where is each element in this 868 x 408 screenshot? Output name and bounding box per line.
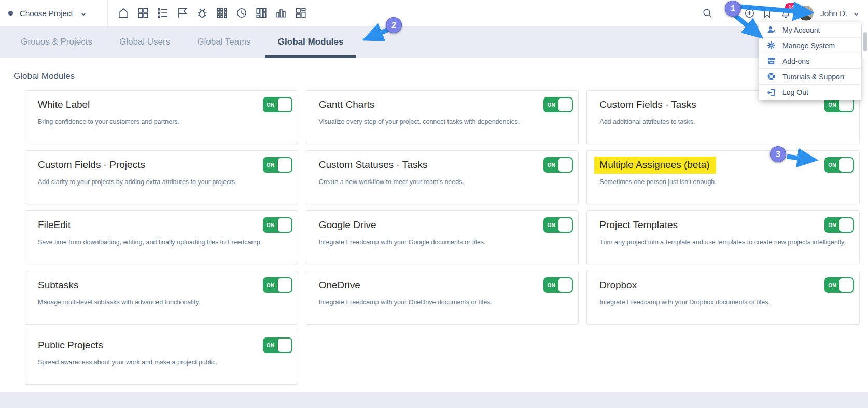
- project-color-dot: [8, 11, 13, 16]
- toggle-on-label: ON: [543, 283, 559, 288]
- tab[interactable]: Global Users: [107, 26, 183, 58]
- module-description: Visualize every step of your project, co…: [319, 118, 566, 125]
- add-ons-icon: [767, 57, 776, 65]
- module-toggle[interactable]: ON: [263, 337, 292, 353]
- reports-icon[interactable]: [275, 7, 287, 19]
- milestones-icon[interactable]: [176, 7, 189, 19]
- module-description: Turn any project into a template and use…: [599, 238, 847, 246]
- search-icon[interactable]: [702, 8, 713, 19]
- module-description: Integrate Freedcamp with your Google doc…: [319, 238, 566, 246]
- notifications-bell-icon[interactable]: 14: [780, 8, 791, 19]
- tutorials-icon: [767, 72, 776, 81]
- toggle-on-label: ON: [824, 283, 840, 288]
- widgets-icon[interactable]: [295, 7, 307, 19]
- module-toggle[interactable]: ON: [263, 97, 292, 112]
- topbar-actions: 14 John D.: [702, 6, 868, 21]
- toggle-knob: [278, 98, 291, 111]
- module-description: Save time from downloading, editing, and…: [38, 238, 285, 246]
- toggle-on-label: ON: [263, 222, 278, 228]
- page-title: Global Modules: [13, 71, 868, 81]
- user-menu-item[interactable]: Tutorials & Support: [759, 69, 861, 85]
- tab-bar: Groups & Projects Global Users Global Te…: [0, 26, 868, 58]
- user-name[interactable]: John D.: [820, 9, 847, 18]
- user-menu-item-label: Log Out: [782, 88, 808, 96]
- toggle-knob: [839, 278, 853, 292]
- scrollbar-thumb[interactable]: [863, 32, 867, 51]
- notifications-count-badge: 14: [785, 3, 797, 11]
- issues-icon[interactable]: [196, 7, 208, 19]
- add-icon[interactable]: [744, 8, 755, 19]
- module-title: Custom Fields - Tasks: [599, 98, 696, 111]
- time-icon[interactable]: [235, 7, 248, 19]
- applications-icon[interactable]: [216, 7, 228, 19]
- toggle-knob: [839, 158, 853, 172]
- module-toggle[interactable]: ON: [263, 157, 292, 173]
- bookmark-icon[interactable]: [762, 8, 773, 19]
- module-title: OneDrive: [319, 278, 360, 292]
- module-card: Google Drive Integrate Freedcamp with yo…: [306, 210, 579, 264]
- module-title: Multiple Assignees (beta): [594, 157, 716, 174]
- user-menu-item-label: Tutorials & Support: [782, 73, 844, 81]
- modules-grid: White Label Bring confidence to your cus…: [0, 81, 868, 385]
- module-description: Integrate Freedcamp with your OneDrive d…: [319, 299, 566, 306]
- toggle-knob: [558, 278, 572, 292]
- toggle-on-label: ON: [543, 222, 559, 228]
- toggle-knob: [278, 339, 291, 352]
- toggle-knob: [278, 278, 291, 292]
- topbar: Choose Project 14 John D.: [0, 0, 868, 26]
- module-card: OneDrive Integrate Freedcamp with your O…: [306, 271, 579, 325]
- home-icon[interactable]: [117, 7, 130, 19]
- module-title: FileEdit: [38, 218, 71, 232]
- module-toggle[interactable]: ON: [543, 217, 573, 233]
- project-selector-label: Choose Project: [20, 9, 73, 18]
- toggle-knob: [839, 218, 853, 232]
- module-title: Public Projects: [38, 339, 103, 352]
- user-menu-item[interactable]: My Account: [759, 22, 861, 38]
- toggle-on-label: ON: [543, 162, 559, 168]
- module-title: Dropbox: [599, 278, 637, 292]
- module-title: Subtasks: [38, 278, 78, 292]
- toggle-knob: [558, 218, 572, 232]
- tasks-icon[interactable]: [157, 7, 169, 19]
- user-menu-item[interactable]: Add-ons: [759, 53, 861, 69]
- dashboard-icon[interactable]: [137, 7, 149, 19]
- chevron-down-icon: [80, 10, 87, 16]
- module-toggle[interactable]: ON: [824, 157, 854, 173]
- toggle-on-label: ON: [263, 102, 278, 108]
- module-description: Add clarity to your projects by adding e…: [38, 178, 285, 186]
- toggle-on-label: ON: [824, 222, 840, 228]
- module-description: Spread awareness about your work and mak…: [38, 359, 285, 366]
- tab[interactable]: Global Teams: [185, 26, 263, 58]
- module-title: Custom Statuses - Tasks: [319, 158, 428, 172]
- admin-screen: Choose Project 14 John D.: [0, 0, 868, 408]
- module-toggle[interactable]: ON: [543, 97, 573, 112]
- module-description: Bring confidence to your customers and p…: [38, 118, 285, 125]
- module-card: Subtasks Manage multi-level subtasks wit…: [25, 271, 298, 325]
- module-toggle[interactable]: ON: [543, 157, 573, 173]
- user-menu-item[interactable]: Manage System: [759, 38, 861, 53]
- module-toggle[interactable]: ON: [543, 277, 573, 293]
- module-description: Manage multi-level subtasks with advance…: [38, 299, 285, 306]
- module-title: Custom Fields - Projects: [38, 158, 145, 172]
- user-avatar[interactable]: [799, 6, 814, 21]
- module-card: White Label Bring confidence to your cus…: [25, 90, 298, 144]
- module-toggle[interactable]: ON: [824, 277, 854, 293]
- log-out-icon: [767, 88, 776, 97]
- module-toggle[interactable]: ON: [263, 217, 292, 233]
- footer-bar: [0, 392, 868, 408]
- manage-system-icon: [767, 41, 776, 50]
- toggle-on-label: ON: [263, 162, 278, 168]
- project-selector[interactable]: Choose Project: [0, 0, 107, 26]
- user-menu-item-label: Manage System: [782, 41, 835, 50]
- toggle-on-label: ON: [263, 283, 278, 288]
- module-description: Integrate Freedcamp with your Dropbox do…: [599, 299, 847, 306]
- module-card: Custom Statuses - Tasks Create a new wor…: [306, 150, 579, 204]
- module-card: Gantt Charts Visualize every step of you…: [306, 90, 579, 144]
- user-menu-item[interactable]: Log Out: [759, 85, 861, 100]
- module-toggle[interactable]: ON: [824, 217, 854, 233]
- user-menu-chevron-icon[interactable]: [853, 10, 859, 16]
- tab[interactable]: Global Modules: [265, 26, 356, 58]
- kanban-icon[interactable]: [255, 7, 268, 19]
- module-toggle[interactable]: ON: [263, 277, 292, 293]
- tab[interactable]: Groups & Projects: [8, 26, 105, 58]
